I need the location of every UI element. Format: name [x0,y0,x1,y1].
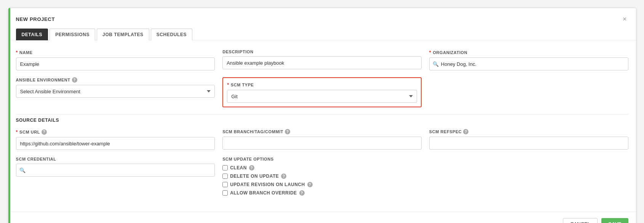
clean-checkbox-item[interactable]: CLEAN ? [222,165,422,170]
row-credential-options: SCM CREDENTIAL 🔍 SCM UPDATE OPTIONS CLEA… [16,157,628,196]
scm-branch-input[interactable] [222,137,422,150]
row-env-scm: ANSIBLE ENVIRONMENT ? Select Ansible Env… [16,77,628,107]
scm-url-input[interactable] [16,137,215,150]
ansible-env-select[interactable]: Select Ansible Environment [16,85,215,98]
clean-help-icon[interactable]: ? [249,165,254,170]
scm-update-label: SCM UPDATE OPTIONS [222,157,422,161]
org-required-star: * [429,49,431,55]
scm-branch-group: SCM BRANCH/TAG/COMMIT ? [222,129,422,150]
description-input[interactable] [222,56,422,69]
modal-body: * NAME DESCRIPTION * ORGANIZATION 🔍 [8,40,636,212]
row-scm-urls: * SCM URL ? SCM BRANCH/TAG/COMMIT ? SCM … [16,129,628,150]
update-options-spacer [429,157,628,196]
name-group: * NAME [16,49,215,70]
source-details-header: SOURCE DETAILS [16,114,628,123]
modal-title: NEW PROJECT [16,16,55,22]
clean-checkbox[interactable] [222,165,228,170]
row-name-desc-org: * NAME DESCRIPTION * ORGANIZATION 🔍 [16,49,628,70]
organization-input-wrap[interactable]: 🔍 [429,57,628,70]
ansible-env-label: ANSIBLE ENVIRONMENT ? [16,77,215,83]
scm-url-group: * SCM URL ? [16,129,215,150]
tab-permissions[interactable]: PERMISSIONS [50,29,95,40]
allow-branch-help-icon[interactable]: ? [299,190,305,196]
delete-on-update-checkbox[interactable] [222,174,228,179]
delete-on-update-label: DELETE ON UPDATE [230,174,279,179]
tab-details[interactable]: DETAILS [16,29,48,40]
scm-credential-input-wrap[interactable]: 🔍 [16,164,215,177]
scm-refspec-help-icon[interactable]: ? [463,129,468,134]
update-revision-checkbox[interactable] [222,182,228,187]
tab-bar: DETAILS PERMISSIONS JOB TEMPLATES SCHEDU… [8,24,636,40]
cancel-button[interactable]: CANCEL [563,218,598,223]
scm-type-group-wrapper: * SCM TYPE Manual Git Subversion Mercuri… [222,77,422,107]
scm-branch-help-icon[interactable]: ? [285,129,290,134]
update-revision-checkbox-item[interactable]: UPDATE REVISION ON LAUNCH ? [222,182,422,187]
modal-footer: CANCEL SAVE [8,212,636,223]
ansible-env-group: ANSIBLE ENVIRONMENT ? Select Ansible Env… [16,77,215,107]
close-button[interactable]: × [621,14,628,24]
name-required-star: * [16,49,18,55]
organization-group: * ORGANIZATION 🔍 [429,49,628,70]
delete-on-update-help-icon[interactable]: ? [281,174,286,179]
description-group: DESCRIPTION [222,49,422,70]
update-revision-help-icon[interactable]: ? [307,182,313,187]
scm-required-star: * [227,82,229,88]
clean-label: CLEAN [230,165,247,170]
modal-accent [8,8,10,223]
scm-type-select[interactable]: Manual Git Subversion Mercurial Red Hat … [227,90,417,103]
scm-refspec-label: SCM REFSPEC ? [429,129,628,134]
allow-branch-label: ALLOW BRANCH OVERRIDE [230,190,297,196]
modal-header: NEW PROJECT × [8,8,636,24]
checkboxes-group: CLEAN ? DELETE ON UPDATE ? UPDATE REVISI… [222,165,422,196]
scm-url-required-star: * [16,129,18,135]
scm-url-help-icon[interactable]: ? [42,129,47,135]
scm-type-group: * SCM TYPE Manual Git Subversion Mercuri… [222,77,422,107]
organization-input[interactable] [441,61,625,67]
scm-credential-group: SCM CREDENTIAL 🔍 [16,157,215,196]
name-input[interactable] [16,57,215,70]
allow-branch-checkbox[interactable] [222,190,228,196]
scm-refspec-group: SCM REFSPEC ? [429,129,628,150]
update-revision-label: UPDATE REVISION ON LAUNCH [230,182,305,187]
credential-search-icon: 🔍 [19,167,26,173]
scm-type-label: * SCM TYPE [227,82,417,88]
scm-update-options-group: SCM UPDATE OPTIONS CLEAN ? DELETE ON UPD… [222,157,422,196]
allow-branch-checkbox-item[interactable]: ALLOW BRANCH OVERRIDE ? [222,190,422,196]
scm-type-spacer [429,77,628,107]
organization-label: * ORGANIZATION [429,49,628,55]
scm-refspec-input[interactable] [429,137,628,150]
name-label: * NAME [16,49,215,55]
tab-job-templates[interactable]: JOB TEMPLATES [97,29,149,40]
new-project-modal: NEW PROJECT × DETAILS PERMISSIONS JOB TE… [8,8,636,223]
org-search-icon: 🔍 [433,61,439,67]
delete-on-update-checkbox-item[interactable]: DELETE ON UPDATE ? [222,174,422,179]
scm-credential-input[interactable] [28,167,212,173]
ansible-env-help-icon[interactable]: ? [72,77,77,83]
description-label: DESCRIPTION [222,49,422,54]
scm-credential-label: SCM CREDENTIAL [16,157,215,161]
save-button[interactable]: SAVE [601,218,628,223]
scm-url-label: * SCM URL ? [16,129,215,135]
scm-branch-label: SCM BRANCH/TAG/COMMIT ? [222,129,422,134]
tab-schedules[interactable]: SCHEDULES [151,29,192,40]
